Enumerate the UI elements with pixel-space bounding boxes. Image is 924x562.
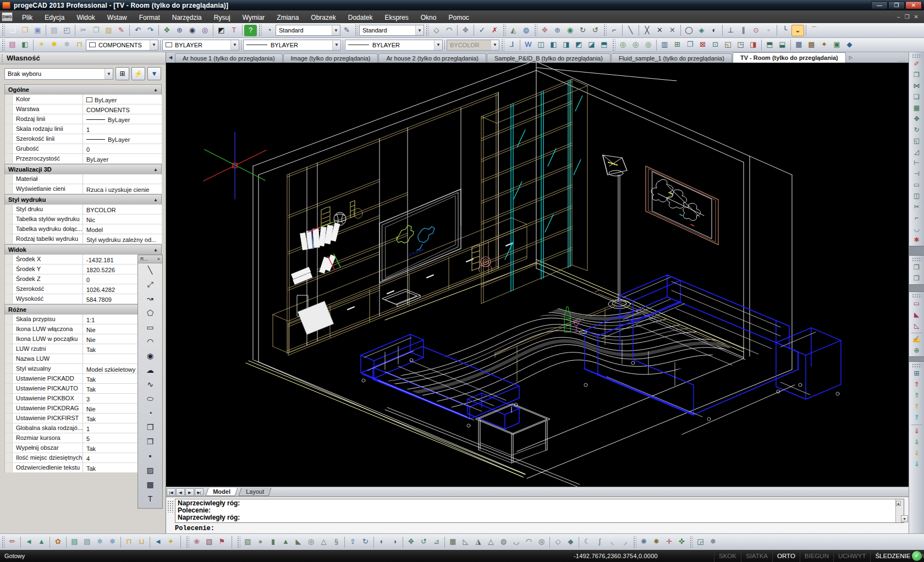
layer-dn-cyan-icon[interactable]: ⇓ — [910, 459, 923, 470]
chamfer-icon[interactable]: ⌐ — [910, 213, 923, 224]
copy-icon[interactable]: ❐ — [90, 25, 102, 36]
make-block-icon[interactable]: ❐ — [138, 435, 162, 449]
menu-wstaw[interactable]: Wstaw — [101, 12, 133, 23]
dim-edit-icon[interactable]: ✎ — [340, 25, 353, 36]
layer-thaw-icon[interactable]: ❅ — [106, 536, 119, 548]
ungroup-icon[interactable]: ▩ — [805, 39, 818, 51]
render-scene-icon[interactable]: ❅ — [707, 536, 719, 548]
3d-move-icon[interactable]: ✥ — [405, 536, 417, 548]
print-icon[interactable]: ▤ — [48, 25, 61, 36]
pan-rt-icon[interactable]: ✥ — [538, 25, 551, 36]
solid-helix-icon[interactable]: § — [330, 536, 343, 548]
doc-tab-ar-house-2-tylko-do-przegl-dania[interactable]: Ar house 2 (tylko do przeglądania) — [378, 53, 486, 63]
grp-c-icon[interactable]: ⚑ — [216, 536, 228, 548]
offset-icon[interactable]: ❏ — [910, 92, 923, 103]
menu-format[interactable]: Format — [133, 12, 166, 23]
cut-icon[interactable]: ✂ — [77, 25, 90, 36]
region-icon[interactable]: ▩ — [138, 478, 162, 492]
print-preview-icon[interactable]: ◰ — [61, 25, 73, 36]
etransmit-icon[interactable]: ◔ — [263, 25, 276, 36]
dim-1-icon[interactable]: ▭ — [910, 299, 923, 310]
solid-box-icon[interactable]: ▧ — [241, 536, 254, 548]
view-next-icon[interactable]: ◎ — [642, 39, 654, 51]
light-point-icon[interactable]: ✛ — [663, 536, 675, 548]
plotstyle-dropdown[interactable]: BYCOLOR▼ — [447, 40, 499, 51]
vcr-next[interactable]: ▶ — [185, 488, 194, 496]
layer-sun-icon[interactable]: ✹ — [48, 39, 61, 51]
quick-select-button[interactable]: ⚡ — [131, 67, 145, 80]
array-icon[interactable]: ▦ — [910, 103, 923, 114]
layer-q-icon[interactable]: ✿ — [52, 536, 64, 548]
command-history[interactable]: Naprzeciwległy róg: Polecenie: Naprzeciw… — [175, 499, 904, 523]
status-ok-icon[interactable]: ✓ — [912, 551, 922, 561]
pan-icon[interactable]: ✥ — [161, 25, 173, 36]
light-new-icon[interactable]: ✺ — [637, 536, 650, 548]
mesh-pyramid-icon[interactable]: ◮ — [472, 536, 485, 548]
mirror-icon[interactable]: ⋈ — [910, 81, 923, 92]
section-wizualizacji-3d[interactable]: Wizualizacji 3D▲ — [4, 164, 162, 174]
zoom-previous-icon[interactable]: ◎ — [199, 25, 211, 36]
3dface-icon[interactable]: ◇ — [552, 536, 564, 548]
text-icon[interactable]: T — [138, 492, 162, 506]
arc-icon[interactable]: ◠ — [138, 335, 162, 349]
toggle-skok[interactable]: SKOK — [714, 550, 741, 562]
break-at-point-icon[interactable]: ◫ — [910, 191, 923, 202]
layer-freeze-icon[interactable]: ❄ — [61, 39, 73, 51]
purge-icon[interactable]: ✦ — [818, 39, 831, 51]
tabs-scroll-left[interactable]: ◀ — [166, 53, 175, 63]
layer-up-red-icon[interactable]: ⇑ — [910, 379, 923, 390]
snap-near-icon[interactable]: ╳ — [641, 25, 653, 36]
layers-manager-icon[interactable]: ▤ — [6, 39, 19, 51]
block-make-icon[interactable]: ❐ — [684, 39, 696, 51]
layer-dn-green-icon[interactable]: ⇓ — [910, 437, 923, 448]
scale-icon[interactable]: ◱ — [910, 136, 923, 147]
solid-cylinder-icon[interactable]: ▮ — [267, 536, 279, 548]
dim_style_1-dropdown[interactable]: Standard▼ — [276, 25, 340, 36]
draw-palette-title[interactable]: R...× — [138, 255, 162, 263]
linetype-dropdown[interactable]: BYLAYER▼ — [243, 40, 341, 51]
rectangle-icon[interactable]: ▭ — [138, 321, 162, 335]
lengthen-icon[interactable]: ⊢ — [910, 158, 923, 169]
doc-tab-sample-p-id-b-tylko-do-przegl-dania[interactable]: Sample_P&ID_B (tylko do przeglądania) — [487, 53, 610, 63]
snap-mid-icon[interactable]: ╲ — [624, 25, 637, 36]
view-front-icon[interactable]: ◪ — [585, 39, 598, 51]
spline-icon[interactable]: ∿ — [138, 378, 162, 392]
rotate-icon[interactable]: ↻ — [910, 125, 923, 136]
draworder-back-icon[interactable]: ⬓ — [776, 39, 789, 51]
snap-int-icon[interactable]: ✕ — [653, 25, 666, 36]
trim-icon[interactable]: ⊣ — [910, 169, 923, 180]
menu-pomoc[interactable]: Pomoc — [442, 12, 475, 23]
fillet-icon[interactable]: ◡ — [910, 224, 923, 235]
tab-layout[interactable]: Layout — [238, 488, 271, 496]
zoom-in-icon[interactable]: ⊕ — [173, 25, 186, 36]
menu-wymiar[interactable]: Wymiar — [237, 12, 271, 23]
break-icon[interactable]: ✂ — [910, 202, 923, 213]
ellipse-arc-icon[interactable]: ◔ — [138, 406, 162, 421]
solid-sphere-icon[interactable]: ● — [254, 536, 267, 548]
revision-cloud-icon[interactable]: ☁ — [138, 363, 162, 378]
mesh-dish-icon[interactable]: ◡ — [510, 536, 522, 548]
menu-obrazek[interactable]: Obrazek — [305, 12, 342, 23]
mesh-sphere-icon[interactable]: ◍ — [497, 536, 510, 548]
filter-button[interactable]: ▼ — [147, 67, 161, 80]
view-back-icon[interactable]: ⬒ — [598, 39, 610, 51]
snap-para-icon[interactable]: ∥ — [737, 25, 750, 36]
scroll-edit-icon[interactable]: ✍ — [910, 334, 923, 345]
circle-icon[interactable]: ◉ — [138, 349, 162, 363]
xref-bind-icon[interactable]: ◳ — [734, 39, 747, 51]
layer-lock-icon[interactable]: ⊓ — [73, 39, 86, 51]
esnap-settings-icon[interactable]: ◒ — [791, 25, 804, 36]
copy-object-icon[interactable]: ❐ — [910, 70, 923, 81]
text-style-icon[interactable]: T — [228, 25, 240, 36]
insert-block-icon[interactable]: ❒ — [138, 421, 162, 435]
text-abcd-icon[interactable]: ✗ — [488, 25, 501, 36]
polyline-icon[interactable]: ↝ — [138, 292, 162, 306]
layer-list-icon[interactable]: ⊞ — [910, 368, 923, 379]
lineweight-dropdown[interactable]: BYLAYER▼ — [345, 40, 443, 51]
section-og-lne[interactable]: Ogólne▲ — [4, 84, 162, 95]
mesh-torus-icon[interactable]: ◎ — [535, 536, 548, 548]
polygon-icon[interactable]: ⬠ — [138, 306, 162, 321]
dim-3-icon[interactable]: ◺ — [910, 321, 923, 332]
quick-select-icon[interactable]: ✥ — [459, 25, 472, 36]
solid-torus-icon[interactable]: ◎ — [305, 536, 317, 548]
